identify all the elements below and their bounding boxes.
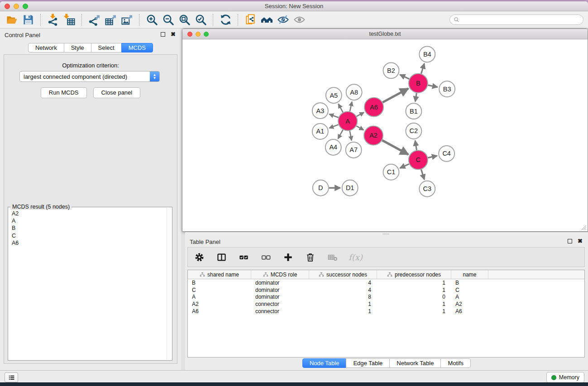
graph-node-D[interactable]: D <box>313 180 329 196</box>
column-header-mcds-role[interactable]: MCDS role <box>251 270 309 279</box>
graph-edge-B-B2[interactable] <box>400 75 409 79</box>
show-columns-button[interactable] <box>215 251 227 263</box>
create-new-column-button[interactable] <box>282 251 294 263</box>
import-network-from-file-button[interactable] <box>45 13 61 27</box>
graph-node-C1[interactable]: C1 <box>383 164 399 180</box>
task-history-button[interactable] <box>5 372 18 382</box>
table-row[interactable]: A2connector11A2 <box>188 300 584 308</box>
export-network-button[interactable] <box>86 13 102 27</box>
criterion-dropdown[interactable]: largest connected component (directed) ▲… <box>19 71 160 82</box>
column-header-successor-nodes[interactable]: successor nodes <box>309 270 377 279</box>
resize-grip-icon[interactable] <box>580 224 587 230</box>
graph-edge-A-A4[interactable] <box>338 130 343 139</box>
graph-node-A[interactable]: A <box>338 112 357 131</box>
graph-node-C3[interactable]: C3 <box>419 181 435 197</box>
graph-edge-A-A8[interactable] <box>350 102 352 111</box>
graph-node-A3[interactable]: A3 <box>312 103 328 119</box>
search-input[interactable] <box>462 16 579 23</box>
zoom-window-button[interactable] <box>23 4 28 9</box>
hide-selected-button[interactable] <box>275 13 291 27</box>
network-close-button[interactable] <box>187 32 192 37</box>
zoom-out-button[interactable] <box>160 13 176 27</box>
delete-table-button[interactable] <box>326 251 338 263</box>
graph-node-A7[interactable]: A7 <box>346 142 362 158</box>
close-table-panel-icon[interactable]: ✖ <box>578 239 583 243</box>
show-hide-panels-button[interactable] <box>258 13 275 27</box>
zoom-fit-content-button[interactable] <box>176 13 192 27</box>
import-table-from-file-button[interactable] <box>61 13 77 27</box>
tab-edge-table[interactable]: Edge Table <box>346 358 390 368</box>
mcds-result-item[interactable]: B <box>12 224 163 232</box>
function-builder-button[interactable]: f(x) <box>349 253 363 262</box>
graph-edge-B-B1[interactable] <box>415 93 416 101</box>
tab-mcds[interactable]: MCDS <box>121 43 153 52</box>
graph-edge-A-A3[interactable] <box>329 114 338 118</box>
mcds-result-list[interactable]: A2ABCA6 <box>9 208 166 359</box>
column-header-predecessor-nodes[interactable]: predecessor nodes <box>377 270 451 279</box>
network-window-titlebar[interactable]: testGlobe.txt <box>182 29 588 39</box>
tab-network-table[interactable]: Network Table <box>389 358 441 368</box>
run-mcds-button[interactable]: Run MCDS <box>41 87 87 98</box>
show-all-button[interactable] <box>291 13 307 27</box>
graph-edge-C-C3[interactable] <box>421 169 424 179</box>
open-session-button[interactable] <box>4 13 20 27</box>
table-options-button[interactable] <box>193 251 205 263</box>
minimize-window-button[interactable] <box>14 4 19 9</box>
graph-node-B2[interactable]: B2 <box>383 62 399 78</box>
tab-select[interactable]: Select <box>91 43 122 52</box>
network-minimize-button[interactable] <box>196 32 201 37</box>
clone-network-button[interactable] <box>242 13 258 27</box>
graph-node-A4[interactable]: A4 <box>325 139 341 155</box>
unselect-all-columns-button[interactable] <box>260 251 272 263</box>
close-panel-button[interactable]: Close panel <box>93 87 141 98</box>
graph-node-A1[interactable]: A1 <box>312 124 328 139</box>
column-header-name[interactable]: name <box>451 270 488 279</box>
tab-network[interactable]: Network <box>28 43 64 52</box>
horizontal-split-divider[interactable] <box>185 232 588 235</box>
graph-edge-C-C1[interactable] <box>400 164 409 168</box>
graph-node-C2[interactable]: C2 <box>406 123 421 139</box>
export-table-button[interactable] <box>102 13 119 27</box>
graph-node-C[interactable]: C <box>409 150 428 169</box>
graph-edge-C-C4[interactable] <box>428 156 437 157</box>
table-row[interactable]: A6connector11A6 <box>188 308 584 315</box>
close-window-button[interactable] <box>5 4 10 9</box>
graph-edge-A2-C[interactable] <box>382 140 408 154</box>
column-header-shared-name[interactable]: shared name <box>188 270 251 279</box>
save-session-button[interactable] <box>20 13 36 27</box>
graph-node-B1[interactable]: B1 <box>406 103 421 119</box>
close-panel-icon[interactable]: ✖ <box>171 32 176 37</box>
graph-edge-A-A1[interactable] <box>329 124 338 128</box>
graph-edge-A-A2[interactable] <box>356 126 363 130</box>
graph-node-B4[interactable]: B4 <box>419 46 435 62</box>
table-row[interactable]: Bdominator41B <box>188 279 584 286</box>
graph-edge-A6-B[interactable] <box>382 89 408 103</box>
tab-motifs[interactable]: Motifs <box>440 358 471 368</box>
search-box[interactable] <box>449 14 583 25</box>
graph-node-A5[interactable]: A5 <box>326 87 342 103</box>
network-zoom-button[interactable] <box>204 32 209 37</box>
graph-node-A6[interactable]: A6 <box>364 98 383 117</box>
graph-node-A8[interactable]: A8 <box>346 84 362 100</box>
graph-node-B[interactable]: B <box>409 74 428 93</box>
table-row[interactable]: Adominator80A <box>188 294 584 301</box>
tab-node-table[interactable]: Node Table <box>302 358 347 368</box>
mcds-result-item[interactable]: A6 <box>12 239 163 247</box>
graph-node-D1[interactable]: D1 <box>342 180 358 196</box>
tab-style[interactable]: Style <box>64 43 91 52</box>
table-row[interactable]: Cdominator41C <box>188 286 584 294</box>
zoom-selected-region-button[interactable] <box>192 13 209 27</box>
mcds-result-item[interactable]: C <box>12 232 163 239</box>
graph-edge-A-A7[interactable] <box>350 131 352 140</box>
main-titlebar[interactable]: Session: New Session <box>0 1 588 11</box>
graph-node-C4[interactable]: C4 <box>439 146 454 162</box>
zoom-in-button[interactable] <box>143 13 160 27</box>
graph-node-A2[interactable]: A2 <box>364 126 383 145</box>
float-panel-icon[interactable] <box>161 32 165 37</box>
graph-node-B3[interactable]: B3 <box>439 81 455 97</box>
graph-edge-B-B3[interactable] <box>428 85 437 87</box>
delete-columns-button[interactable] <box>304 251 316 263</box>
graph-edge-C-C2[interactable] <box>415 141 416 150</box>
float-table-panel-icon[interactable] <box>568 239 572 243</box>
network-canvas[interactable]: B4B2BB3A8A5A6A3B1AA1C2A2A4A7C4CC1C3DD1 <box>183 39 587 231</box>
